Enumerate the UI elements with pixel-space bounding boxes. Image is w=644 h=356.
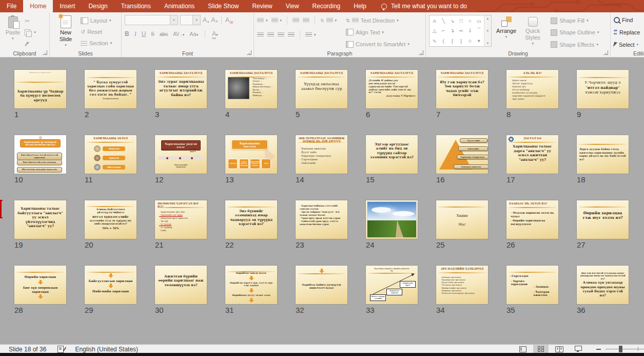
font-dialog-launcher[interactable] (247, 50, 251, 55)
line-spacing-button[interactable]: ⇅▾ (320, 16, 337, 25)
drawing-dialog-launcher[interactable] (603, 50, 608, 55)
tab-slide-show[interactable]: Slide Show (201, 0, 245, 12)
slide-thumbnail-8[interactable]: АЛЬ НЬ ВЭ?- Шинэ зэвсэг- Эвслэг зориггуу… (506, 69, 559, 109)
reading-view-button[interactable] (551, 345, 568, 353)
slide-thumbnail-33[interactable]: Бүтээмж амжилт өөдөө дээшлэх ньМэдлэг ча… (365, 265, 418, 305)
decrease-font-button[interactable]: A▾ (211, 16, 218, 24)
shapes-gallery[interactable]: A╲↘□○▭ △⌐↴⇨⇩⌒ ∿({}☆✦ ▴▾▾ (429, 15, 492, 47)
character-spacing-button[interactable]: AV↔▾ (173, 31, 184, 37)
decrease-indent-button[interactable] (292, 16, 299, 25)
copy-button[interactable]: ▾ (25, 28, 36, 37)
slide-thumbnail-15[interactable]: Эдгээр аргуудаас алийг нь бид эн түрүүнд… (365, 135, 418, 174)
slide-thumbnail-30[interactable]: Ажилтан бүрийн өөрийн харилцааг яаж төлө… (154, 265, 207, 305)
change-case-button[interactable]: Aa▾ (189, 31, 198, 37)
format-painter-button[interactable] (25, 39, 36, 48)
proofing-icon[interactable] (57, 346, 64, 353)
clipboard-dialog-launcher[interactable] (43, 50, 47, 55)
tell-me-box[interactable]: Tell me what you want to do (381, 0, 467, 12)
normal-view-button[interactable] (515, 345, 531, 353)
reset-button[interactable]: ↺Reset (81, 27, 112, 36)
find-button[interactable]: Find (614, 15, 644, 24)
zoom-slider[interactable] (606, 349, 644, 349)
clear-formatting-button[interactable]: A (225, 16, 233, 24)
slide-thumbnail-24[interactable] (365, 200, 418, 239)
tab-transitions[interactable]: Transitions (114, 0, 158, 12)
slide-thumbnail-4[interactable]: ХАРИЛЦААНЫ ДАСГАЛУУД- Том хүмүүс ...- За… (225, 69, 278, 109)
slide-thumbnail-23[interactable]: - Харилцагчийнхаа сэтгэлийг сонсож судла… (295, 200, 348, 239)
slide-thumbnail-21[interactable]: НӨЛӨӨЛӨХ ХЭРЭГСЭЛ ЮУ ВЭ?- Харилцааны үйл… (154, 200, 207, 239)
tab-help[interactable]: Help (347, 0, 373, 12)
tab-insert[interactable]: Insert (53, 0, 82, 12)
justify-button[interactable] (288, 30, 295, 40)
align-center-button[interactable] (267, 30, 274, 40)
slide-thumbnail-26[interactable]: ХААНААС НЬ ЭХЛЭХ ВЭ?- Мэдээж өөрөөсөө эх… (506, 200, 559, 239)
slide-thumbnail-9[interactable]: У.Черчилл: шууд л “итгэл найдвар” хэмээн… (576, 69, 629, 109)
slide-thumbnail-32[interactable]: ---Өөрийгөө байнга хөгжүүлэн шинэчлэгч б… (295, 265, 348, 305)
quick-styles-button[interactable]: Quick Styles ▾ (521, 15, 544, 49)
zoom-out-button[interactable] (596, 349, 601, 350)
slide-thumbnail-11[interactable]: ХАРИЛЦААНЫ ЭХЛЭЛМэндлэхХүндлэхОйлголцох (84, 135, 137, 174)
slide-thumbnail-35[interactable]: ✕Сөргөлдөх✕Зөрчил зөрөлдөөн✕Зохицох✕Хамт… (506, 265, 559, 305)
font-size-combo[interactable]: ▾ (180, 15, 201, 25)
slide-thumbnail-27[interactable]: Өөрийн харилцаа гэж юуг хэлэх вэ? (576, 200, 629, 239)
slide-thumbnail-34[interactable]: ЭРХ МЭДЛИЙН ХЭЛБЭРҮҮД- Албадах эрх мэдэл… (436, 265, 489, 305)
new-slide-button[interactable]: ✱ New Slide ▾ (53, 15, 79, 49)
slide-thumbnail-25[interactable]: Хөдөө Нас (436, 200, 489, 239)
tab-home[interactable]: Home (23, 0, 53, 12)
underline-button[interactable]: U (142, 30, 146, 38)
slide-thumbnail-5[interactable]: ХАРИЛЦААНЫ ДАСГАЛУУДХүүхдэд амласнаа заа… (295, 69, 348, 109)
slide-thumbnail-19[interactable]: Харилцааны талаас байгууллага “анхлагч” … (14, 200, 67, 239)
replace-button[interactable]: abacReplace (614, 28, 644, 36)
slide-thumbnail-18[interactable]: Дарга дуудаж байна гэхэд ажилтны харилца… (576, 135, 629, 174)
text-direction-button[interactable]: ⇅Text Direction▾ (346, 16, 409, 25)
slide-thumbnail-7[interactable]: ХАРИЛЦААНЫ ДАСГАЛУУДЮу гэж хариулсан бэ?… (436, 69, 489, 109)
align-left-button[interactable] (257, 30, 264, 40)
columns-button[interactable]: ▾ (305, 30, 316, 40)
slide-thumbnail-22[interactable]: Энэ бүхнийг эзэмшихэд ямар чадварууд эн … (225, 200, 278, 239)
slide-thumbnail-2[interactable]: “ Бусад хүмүүстэй харилцах сайн харилцаа… (84, 69, 137, 109)
arrange-button[interactable]: Arrange ▾ (494, 15, 519, 49)
slide-thumbnail-31[interactable]: Өөрийгөө таньж мэдэхӨөрийгөө хэрэгч хүн,… (225, 265, 278, 305)
bullets-button[interactable]: ▾ (257, 16, 268, 25)
align-text-button[interactable]: Align Text▾ (346, 28, 409, 36)
slide-thumbnail-17[interactable]: ДАСГАЛ №6Харилцааны талаас дарга “анхлаг… (506, 135, 559, 174)
slide-thumbnail-29[interactable]: Байгууллагын харилцааНийгмийн харилцаа (84, 265, 137, 305)
slide-thumbnail-14[interactable]: ЗӨВ ДҮГНЭЛТЭЭГ ЭЗЭМШИЖ ЗОХИОХ НЬ ЗҮЙ АРГ… (295, 135, 348, 174)
section-button[interactable]: Section▾ (81, 39, 112, 48)
slide-thumbnail-3[interactable]: ХАРИЛЦААНЫ ДАСГАЛУУДЭнэ зураг харилцааны… (154, 69, 207, 109)
select-button[interactable]: Select▾ (614, 40, 644, 49)
tab-design[interactable]: Design (82, 0, 114, 12)
cut-button[interactable]: ✂ (25, 16, 36, 26)
slide-sorter-view-button[interactable] (533, 345, 549, 353)
increase-font-button[interactable]: A▴ (203, 16, 209, 24)
shape-fill-button[interactable]: Shape Fill▾ (551, 16, 599, 25)
slide-thumbnail-12[interactable]: Харилцааны үндсэн хэсэгМэдээ үг хэлХүлээ… (154, 135, 207, 174)
slide-show-button[interactable] (570, 345, 587, 353)
slide-thumbnail-36[interactable]: Бид хэн нэгэнтэй уулзахдаа хамаг анхаарл… (576, 265, 629, 305)
convert-smartart-button[interactable]: Convert to SmartArt▾ (346, 40, 409, 49)
font-color-button[interactable]: A▾ (212, 30, 218, 38)
shape-outline-button[interactable]: Shape Outline▾ (551, 28, 599, 36)
tab-file[interactable]: File (0, 0, 23, 12)
strikethrough-button[interactable]: S (151, 30, 154, 38)
shapes-gallery-scrollbar[interactable]: ▴▾▾ (484, 15, 491, 46)
numbering-button[interactable]: ▾ (271, 16, 282, 25)
paragraph-dialog-launcher[interactable] (419, 50, 423, 55)
align-right-button[interactable] (278, 30, 284, 40)
slide-thumbnail-6[interactable]: ХАРИЛЦААНЫ ДАСГАЛУУДДэлхийн II дайны үед… (365, 69, 418, 109)
slide-thumbnail-10[interactable]: Харилцааны үр чадвар ба бусдад нөлөөлөх … (14, 135, 67, 174)
tab-recording[interactable]: Recording (306, 0, 347, 12)
slide-thumbnail-1[interactable]: Харилцааны ур чадвар сургалтХарилцааны ү… (14, 69, 67, 109)
language-indicator[interactable]: English (United States) (75, 346, 138, 353)
increase-indent-button[interactable] (303, 16, 309, 25)
font-name-combo[interactable]: ▾ (125, 15, 178, 25)
slide-thumbnail-13[interactable]: Харилцааны төгсгөлТовчлохСанал дүгнэлт з… (225, 135, 278, 174)
italic-button[interactable]: I (134, 30, 136, 38)
tab-view[interactable]: View (279, 0, 306, 12)
shape-effects-button[interactable]: Shape Effects▾ (551, 41, 599, 49)
slide-thumbnail-20[interactable]: Аливаа байгууллага үйлчлүүлэгчийнхээитгэ… (84, 200, 137, 239)
paste-button[interactable]: Paste ▾ (3, 15, 23, 49)
tab-review[interactable]: Review (245, 0, 279, 12)
slide-thumbnail-28[interactable]: Өөрийн харилцааБие хүн хоорондын харилца… (14, 265, 67, 305)
bold-button[interactable]: B (125, 30, 129, 38)
